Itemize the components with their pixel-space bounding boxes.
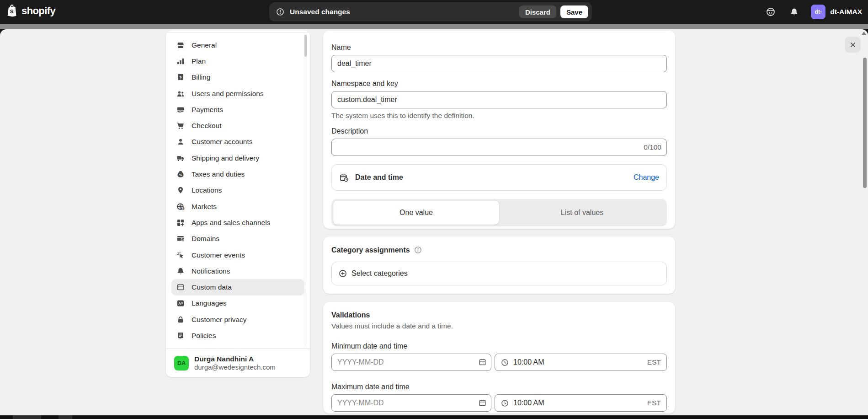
domains-icon xyxy=(176,234,185,243)
content-type-row: Date and time Change xyxy=(331,164,667,191)
svg-text:$: $ xyxy=(182,207,184,210)
sidebar-item-apps-and-sales-channels[interactable]: Apps and sales channels xyxy=(171,215,304,231)
payments-icon xyxy=(176,105,185,114)
min-timezone: EST xyxy=(647,358,661,366)
sidebar-item-label: Customer events xyxy=(192,251,245,259)
close-settings-button[interactable] xyxy=(845,37,861,53)
svg-text:%: % xyxy=(179,173,182,177)
sidebar-item-checkout[interactable]: Checkout xyxy=(171,118,304,134)
sidebar-item-label: Customer accounts xyxy=(192,138,253,146)
sidekick-icon[interactable] xyxy=(764,5,777,19)
min-date-input[interactable] xyxy=(331,354,491,371)
plan-icon xyxy=(176,57,185,66)
sidebar-item-label: Markets xyxy=(192,203,217,211)
sidebar-item-custom-data[interactable]: Custom data xyxy=(171,279,304,295)
min-datetime-row: 10:00 AM EST xyxy=(331,354,667,371)
locations-icon xyxy=(176,186,185,195)
max-time-input[interactable]: 10:00 AM EST xyxy=(495,394,667,412)
sidebar-item-languages[interactable]: ALanguages xyxy=(171,295,304,312)
store-avatar: dt- xyxy=(811,5,825,19)
max-timezone: EST xyxy=(647,399,661,407)
sidebar-item-customer-events[interactable]: Customer events xyxy=(171,247,304,263)
sidebar-item-label: Customer privacy xyxy=(192,316,247,324)
sidebar-item-payments[interactable]: Payments xyxy=(171,102,304,118)
sidebar-item-customer-privacy[interactable]: Customer privacy xyxy=(171,312,304,328)
unsaved-changes-toast: Unsaved changes Discard Save xyxy=(269,2,592,21)
user-block: DA Durga Nandhini A durga@wedesigntech.c… xyxy=(166,349,310,377)
sidebar-item-label: Policies xyxy=(192,332,216,340)
namespace-help: The system uses this to identify the def… xyxy=(331,112,667,120)
sidebar-item-label: Languages xyxy=(192,299,227,307)
validations-subtitle: Values must include a date and a time. xyxy=(331,322,667,330)
sidebar-scrollbar-track xyxy=(305,33,305,345)
sidebar-item-shipping-and-delivery[interactable]: Shipping and delivery xyxy=(171,150,304,166)
sidebar-item-label: Shipping and delivery xyxy=(192,154,259,162)
topbar-actions: dt- dt-AIMAX xyxy=(764,0,862,24)
max-datetime-row: 10:00 AM EST xyxy=(331,394,667,412)
sidebar-item-label: Billing xyxy=(192,73,210,81)
discard-button[interactable]: Discard xyxy=(519,5,556,18)
alert-circle-icon xyxy=(276,7,285,16)
description-label: Description xyxy=(331,127,667,135)
name-label: Name xyxy=(331,43,667,52)
description-input[interactable] xyxy=(331,139,667,156)
sidebar-item-plan[interactable]: Plan xyxy=(171,53,304,69)
metafield-definition-panel: Name Namespace and key The system uses t… xyxy=(323,31,675,414)
sidebar-item-customer-accounts[interactable]: Customer accounts xyxy=(171,134,304,150)
min-time-input[interactable]: 10:00 AM EST xyxy=(495,354,667,371)
shipping-icon xyxy=(176,154,185,163)
bottom-taskbar-strip xyxy=(0,415,868,419)
sidebar-top-divider xyxy=(166,32,310,33)
min-time-value: 10:00 AM xyxy=(513,358,643,366)
sidebar-item-policies[interactable]: Policies xyxy=(171,328,304,344)
settings-sidebar: GeneralPlan$BillingUsers and permissions… xyxy=(166,31,310,377)
one-value-tab[interactable]: One value xyxy=(333,201,499,225)
max-datetime-label: Maximum date and time xyxy=(331,383,667,391)
namespace-label: Namespace and key xyxy=(331,80,667,88)
user-email: durga@wedesigntech.com xyxy=(194,363,276,372)
top-bar: S shopify Unsaved changes Discard Save xyxy=(0,0,868,24)
sidebar-item-billing[interactable]: $Billing xyxy=(171,70,304,86)
store-menu[interactable]: dt- dt-AIMAX xyxy=(811,5,862,19)
scrollbar-thumb[interactable] xyxy=(863,58,867,188)
max-date-input[interactable] xyxy=(331,394,491,412)
account-icon xyxy=(176,137,185,146)
change-type-link[interactable]: Change xyxy=(634,173,659,182)
select-categories-button[interactable]: Select categories xyxy=(331,262,667,285)
sidebar-item-label: Checkout xyxy=(192,122,221,130)
select-categories-label: Select categories xyxy=(351,269,408,278)
name-input[interactable] xyxy=(331,55,667,72)
privacy-icon xyxy=(176,315,185,324)
user-name: Durga Nandhini A xyxy=(194,355,276,364)
sidebar-item-notifications[interactable]: Notifications xyxy=(171,263,304,279)
namespace-input[interactable] xyxy=(331,91,667,108)
settings-nav: GeneralPlan$BillingUsers and permissions… xyxy=(166,31,310,344)
list-of-values-tab[interactable]: List of values xyxy=(499,201,665,225)
sidebar-item-label: Payments xyxy=(192,106,223,114)
sidebar-item-users-and-permissions[interactable]: Users and permissions xyxy=(171,86,304,102)
category-assignments-title: Category assignments xyxy=(331,246,410,254)
storefront-icon xyxy=(176,41,185,50)
info-icon[interactable] xyxy=(414,246,422,254)
taxes-icon: % xyxy=(176,170,185,179)
settings-modal-stage: GeneralPlan$BillingUsers and permissions… xyxy=(0,29,868,415)
customdata-icon xyxy=(176,283,185,292)
save-button[interactable]: Save xyxy=(560,5,588,18)
sidebar-item-general[interactable]: General xyxy=(171,37,304,53)
settings-surface: GeneralPlan$BillingUsers and permissions… xyxy=(0,29,868,415)
validations-title: Validations xyxy=(331,311,667,319)
store-name: dt-AIMAX xyxy=(830,8,862,16)
sidebar-item-label: General xyxy=(192,41,217,49)
sidebar-item-taxes-and-duties[interactable]: %Taxes and duties xyxy=(171,166,304,182)
apps-icon xyxy=(176,218,185,227)
svg-text:$: $ xyxy=(180,75,182,79)
bell-icon xyxy=(176,267,185,276)
sidebar-item-domains[interactable]: Domains xyxy=(171,231,304,247)
sidebar-scrollbar-thumb[interactable] xyxy=(304,35,307,57)
sidebar-item-markets[interactable]: $Markets xyxy=(171,199,304,215)
shopify-logo[interactable]: S shopify xyxy=(6,4,55,18)
scrollbar-up-arrow[interactable] xyxy=(862,32,866,35)
sidebar-item-locations[interactable]: Locations xyxy=(171,183,304,199)
sidebar-item-label: Custom data xyxy=(192,283,232,291)
notifications-bell-icon[interactable] xyxy=(788,5,801,19)
